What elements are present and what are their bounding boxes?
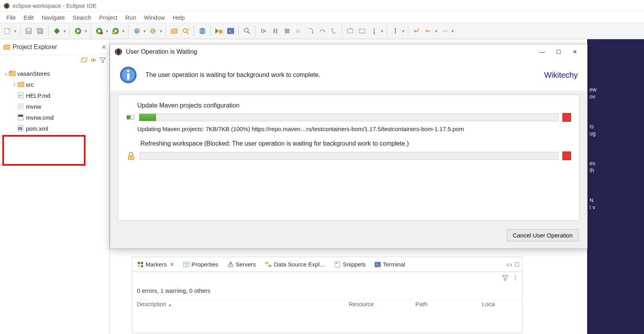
zoom-button[interactable]	[242, 26, 252, 36]
collapse-all-icon[interactable]	[80, 57, 87, 65]
save-all-button[interactable]	[35, 26, 45, 36]
step-over-button[interactable]	[317, 26, 327, 36]
filter-icon[interactable]	[99, 57, 106, 65]
terminal-button[interactable]: >_	[226, 26, 236, 36]
menu-project[interactable]: Project	[95, 13, 122, 22]
filter-icon[interactable]	[502, 274, 509, 283]
col-location[interactable]: Loca	[482, 301, 495, 307]
maximize-button[interactable]: ☐	[550, 46, 567, 58]
svg-rect-28	[219, 30, 222, 33]
new-connection-button[interactable]: S	[148, 26, 158, 36]
minimize-button[interactable]: —	[534, 46, 550, 58]
tab-snippets[interactable]: Snippets	[332, 259, 368, 270]
lock-icon	[126, 151, 136, 161]
step-return-button[interactable]	[329, 26, 339, 36]
dropdown-icon[interactable]: ▼	[159, 29, 163, 33]
back-button[interactable]	[423, 26, 433, 36]
close-icon[interactable]: ✕	[170, 261, 174, 267]
run-last-button[interactable]	[111, 26, 121, 36]
tab-terminal[interactable]: >_ Terminal	[372, 259, 408, 270]
dropdown-icon[interactable]: ▼	[13, 29, 17, 33]
col-description[interactable]: Description ▲	[137, 301, 349, 307]
step-into-button[interactable]	[306, 26, 316, 36]
forward-button[interactable]	[440, 26, 450, 36]
tree-project-root[interactable]: ⌄ M vasanStores	[3, 68, 106, 79]
web-browser-button[interactable]	[197, 26, 207, 36]
svg-point-80	[268, 265, 271, 266]
snippets-icon	[334, 261, 341, 268]
tree-file-mvnwcmd[interactable]: mvnw.cmd	[3, 112, 106, 123]
tab-datasource[interactable]: Data Source Expl…	[262, 259, 328, 270]
brand-label: Wikitechy	[544, 71, 578, 80]
dropdown-icon[interactable]: ▼	[63, 29, 67, 33]
tab-label: Terminal	[383, 261, 405, 268]
last-edit-button[interactable]: ✦	[411, 26, 422, 36]
resume-button[interactable]	[258, 26, 269, 36]
dropdown-icon[interactable]: ▼	[434, 29, 438, 33]
dropdown-icon[interactable]: ▼	[451, 29, 455, 33]
coverage-button[interactable]	[94, 26, 104, 36]
text-fragment: Is	[589, 123, 642, 130]
expand-button[interactable]	[369, 26, 379, 36]
search-button[interactable]	[181, 26, 191, 36]
drop-frame-button[interactable]	[346, 26, 356, 36]
suspend-button[interactable]	[270, 26, 280, 36]
tree-folder-src[interactable]: › src	[3, 79, 106, 90]
menu-file[interactable]: File	[2, 13, 20, 22]
tab-properties[interactable]: Properties	[180, 259, 220, 270]
dialog-title: User Operation is Waiting	[126, 48, 534, 55]
menu-navigate[interactable]: Navigate	[38, 13, 69, 22]
run-button[interactable]	[73, 26, 83, 36]
stop-task1-button[interactable]	[562, 113, 571, 122]
dropdown-icon[interactable]: ▼	[122, 29, 126, 33]
link-editor-icon[interactable]	[90, 57, 97, 65]
close-icon[interactable]: ✕	[102, 44, 106, 50]
next-annotation-button[interactable]	[390, 26, 400, 36]
minimize-icon[interactable]: ▭	[506, 261, 512, 268]
save-button[interactable]	[24, 26, 34, 36]
new-button[interactable]	[2, 26, 13, 36]
svg-line-32	[248, 32, 250, 34]
svg-point-78	[229, 262, 232, 264]
stop-task2-button[interactable]	[562, 151, 571, 160]
dialog-titlebar: User Operation is Waiting — ☐ ✕	[110, 44, 587, 59]
svg-text:✦: ✦	[417, 27, 420, 31]
info-icon	[120, 66, 137, 84]
tab-servers[interactable]: Servers	[225, 259, 258, 270]
menu-search[interactable]: Search	[69, 13, 95, 22]
dropdown-icon[interactable]: ▼	[143, 29, 147, 33]
dropdown-icon[interactable]: ▼	[84, 29, 88, 33]
menu-help[interactable]: Help	[169, 13, 189, 22]
new-server-button[interactable]	[132, 26, 142, 36]
col-resource[interactable]: Resource	[349, 301, 415, 307]
maximize-icon[interactable]: ☐	[515, 261, 520, 268]
col-path[interactable]: Path	[415, 301, 482, 307]
menu-edit[interactable]: Edit	[20, 13, 38, 22]
close-button[interactable]: ✕	[567, 46, 583, 58]
svg-marker-47	[373, 33, 375, 35]
svg-rect-55	[82, 57, 87, 61]
view-menu-icon[interactable]: ⋮	[513, 274, 518, 283]
tree-file-pom[interactable]: M pom.xml	[3, 123, 106, 134]
tree-file-help[interactable]: W HELP.md	[3, 90, 106, 101]
disconnect-button[interactable]: N	[294, 26, 304, 36]
dropdown-icon[interactable]: ▼	[401, 29, 405, 33]
svg-point-20	[138, 28, 140, 30]
tree-file-mvnw[interactable]: mvnw	[3, 101, 106, 112]
cancel-user-operation-button[interactable]: Cancel User Operation	[507, 229, 579, 241]
tree-label: vasanStores	[17, 70, 50, 77]
terminate-button[interactable]	[282, 26, 292, 36]
svg-rect-42	[347, 29, 353, 33]
svg-marker-57	[95, 59, 96, 61]
tab-label: Data Source Expl…	[274, 261, 326, 268]
use-step-filters-button[interactable]	[357, 26, 367, 36]
dropdown-icon[interactable]: ▼	[380, 29, 384, 33]
dropdown-icon[interactable]: ▼	[105, 29, 109, 33]
menu-window[interactable]: Window	[140, 13, 169, 22]
svg-text:M: M	[9, 71, 11, 73]
debug-button[interactable]	[52, 26, 62, 36]
run-config-button[interactable]	[214, 26, 224, 36]
menu-run[interactable]: Run	[121, 13, 140, 22]
open-type-button[interactable]	[169, 26, 179, 36]
tab-markers[interactable]: Markers ✕	[135, 259, 176, 270]
